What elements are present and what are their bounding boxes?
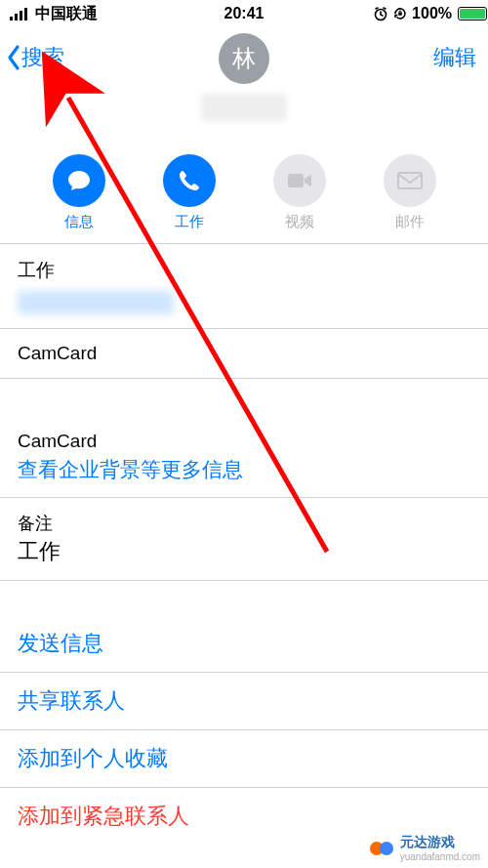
camcard1-label: CamCard: [18, 343, 470, 364]
watermark-logo-icon: [369, 836, 394, 861]
action-video-label: 视频: [285, 213, 314, 231]
battery-icon: [456, 7, 478, 21]
add-favorite-link[interactable]: 添加到个人收藏: [18, 746, 168, 770]
watermark-text: 元达游戏: [400, 834, 480, 851]
camcard-more-link[interactable]: 查看企业背景等更多信息: [18, 456, 470, 483]
send-message-link[interactable]: 发送信息: [18, 631, 103, 655]
action-mail: 邮件: [376, 154, 444, 231]
add-favorite-row[interactable]: 添加到个人收藏: [0, 729, 488, 787]
signal-icon: [10, 7, 31, 21]
back-button[interactable]: 搜索: [6, 43, 64, 72]
battery-percentage: 100%: [412, 5, 452, 22]
svg-rect-1: [15, 14, 18, 21]
camcard-section-2[interactable]: CamCard 查看企业背景等更多信息: [0, 413, 488, 497]
alarm-icon: [373, 6, 388, 21]
section-gap: [0, 378, 488, 413]
action-message-label: 信息: [64, 213, 94, 231]
contact-name-redacted: [201, 94, 287, 121]
action-video: 视频: [265, 154, 334, 231]
contact-avatar[interactable]: 林: [219, 33, 269, 84]
svg-rect-2: [20, 11, 22, 21]
video-icon: [286, 171, 313, 190]
phone-number-redacted: [18, 291, 174, 314]
notes-value: 工作: [18, 537, 470, 566]
action-message[interactable]: 信息: [45, 154, 113, 231]
svg-rect-6: [288, 174, 304, 187]
action-call[interactable]: 工作: [155, 154, 224, 231]
watermark: 元达游戏 yuandafanmd.com: [369, 834, 480, 862]
share-contact-link[interactable]: 共享联系人: [18, 688, 125, 713]
svg-point-10: [380, 842, 393, 855]
camcard2-label: CamCard: [18, 431, 470, 452]
chevron-left-icon: [6, 44, 21, 71]
svg-rect-0: [10, 17, 13, 21]
svg-rect-7: [398, 173, 422, 188]
message-icon: [65, 167, 93, 194]
phone-section[interactable]: 工作: [0, 243, 488, 328]
carrier-label: 中国联通: [35, 4, 98, 24]
section-gap-2: [0, 580, 488, 615]
phone-label: 工作: [18, 258, 470, 283]
action-mail-label: 邮件: [395, 213, 425, 231]
send-message-row[interactable]: 发送信息: [0, 615, 488, 672]
add-emergency-link[interactable]: 添加到紧急联系人: [18, 804, 189, 828]
quick-actions: 信息 工作 视频 邮件: [0, 154, 488, 243]
status-bar: 中国联通 20:41 100%: [0, 0, 488, 27]
svg-rect-5: [398, 13, 402, 16]
phone-icon: [177, 168, 202, 193]
orientation-lock-icon: [392, 6, 408, 21]
edit-button[interactable]: 编辑: [433, 43, 476, 72]
camcard-section-1[interactable]: CamCard: [0, 328, 488, 378]
action-call-label: 工作: [175, 213, 204, 231]
svg-rect-3: [24, 8, 27, 21]
back-label: 搜索: [21, 43, 64, 72]
watermark-url: yuandafanmd.com: [400, 851, 480, 862]
notes-section[interactable]: 备注 工作: [0, 497, 488, 580]
notes-label: 备注: [18, 512, 470, 535]
mail-icon: [396, 171, 424, 190]
share-contact-row[interactable]: 共享联系人: [0, 672, 488, 729]
